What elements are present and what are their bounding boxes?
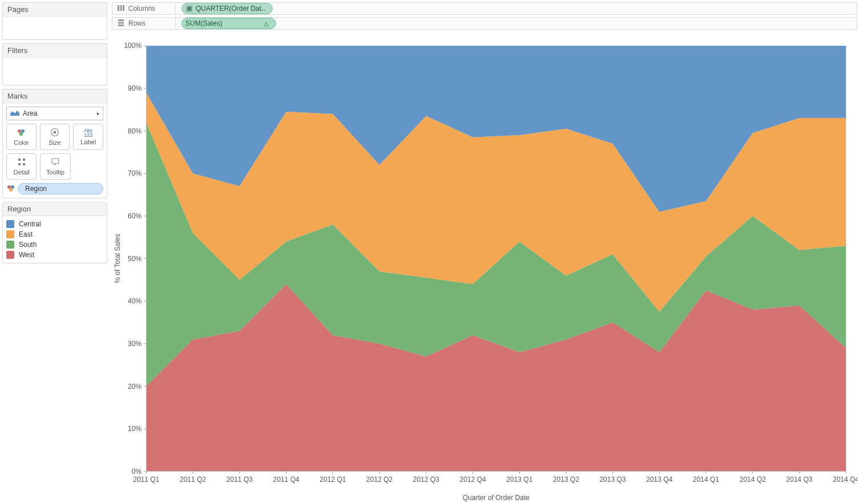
color-palette-icon xyxy=(6,184,15,194)
svg-text:2014 Q1: 2014 Q1 xyxy=(693,475,719,483)
size-button[interactable]: Size xyxy=(40,124,70,150)
svg-point-1 xyxy=(18,129,21,133)
color-legend: Region CentralEastSouthWest xyxy=(2,202,107,263)
svg-text:2013 Q1: 2013 Q1 xyxy=(506,475,533,483)
svg-rect-10 xyxy=(52,158,59,164)
legend-label: West xyxy=(19,251,34,259)
detail-button[interactable]: Detail xyxy=(6,153,37,180)
table-calc-indicator-icon: △ xyxy=(264,21,269,27)
svg-text:60%: 60% xyxy=(128,212,141,220)
svg-point-2 xyxy=(21,129,25,133)
svg-text:2014 Q2: 2014 Q2 xyxy=(739,475,766,483)
svg-text:2014 Q4: 2014 Q4 xyxy=(833,475,857,483)
svg-point-3 xyxy=(19,132,23,136)
columns-label: Columns xyxy=(128,5,155,13)
svg-rect-15 xyxy=(118,5,119,11)
stacked-area-chart[interactable]: 0%10%20%30%40%50%60%70%80%90%100%2011 Q1… xyxy=(112,34,857,504)
legend-swatch xyxy=(6,251,14,259)
svg-text:2012 Q1: 2012 Q1 xyxy=(319,475,346,483)
svg-text:2012 Q4: 2012 Q4 xyxy=(460,475,487,483)
rows-shelf[interactable]: Rows SUM(Sales) △ xyxy=(112,17,857,30)
rows-label: Rows xyxy=(128,19,145,27)
svg-text:2012 Q2: 2012 Q2 xyxy=(366,475,393,483)
label-button[interactable]: Abc 123 Label xyxy=(73,124,103,150)
legend-item[interactable]: South xyxy=(6,240,103,249)
svg-point-5 xyxy=(54,131,56,134)
svg-rect-19 xyxy=(118,22,124,23)
svg-text:70%: 70% xyxy=(128,169,141,177)
svg-rect-18 xyxy=(118,19,124,21)
tooltip-icon xyxy=(51,157,60,168)
rows-icon xyxy=(117,19,125,29)
svg-text:2013 Q4: 2013 Q4 xyxy=(646,475,673,483)
svg-text:2011 Q4: 2011 Q4 xyxy=(273,475,300,483)
svg-rect-8 xyxy=(18,163,21,165)
svg-text:Quarter of Order Date: Quarter of Order Date xyxy=(463,494,530,502)
svg-text:2011 Q3: 2011 Q3 xyxy=(226,475,253,483)
svg-rect-9 xyxy=(23,163,25,165)
svg-rect-17 xyxy=(123,5,124,11)
detail-icon xyxy=(17,157,26,168)
marks-color-pill-region[interactable]: Region xyxy=(18,183,103,194)
svg-point-13 xyxy=(11,185,14,189)
svg-text:40%: 40% xyxy=(128,297,141,305)
columns-icon xyxy=(117,4,125,14)
text-label-icon: Abc 123 xyxy=(84,128,93,137)
pages-shelf[interactable]: Pages xyxy=(2,2,107,40)
filters-title: Filters xyxy=(3,44,107,58)
svg-text:2011 Q1: 2011 Q1 xyxy=(133,475,160,483)
svg-text:2013 Q3: 2013 Q3 xyxy=(600,475,626,483)
svg-text:90%: 90% xyxy=(128,84,141,92)
svg-text:2014 Q3: 2014 Q3 xyxy=(786,475,813,483)
svg-text:% of Total Sales: % of Total Sales xyxy=(114,234,122,283)
pages-title: Pages xyxy=(3,3,107,17)
marks-card: Marks Area ▾ Col xyxy=(2,89,107,198)
svg-text:100%: 100% xyxy=(124,42,141,50)
svg-text:20%: 20% xyxy=(128,383,141,391)
size-icon xyxy=(50,128,59,138)
legend-item[interactable]: East xyxy=(6,230,103,239)
svg-text:2011 Q2: 2011 Q2 xyxy=(180,475,207,483)
area-chart-icon xyxy=(10,109,19,117)
legend-label: Central xyxy=(19,220,41,228)
legend-swatch xyxy=(6,220,14,228)
svg-marker-0 xyxy=(10,111,19,116)
svg-text:80%: 80% xyxy=(128,127,141,135)
svg-text:30%: 30% xyxy=(128,340,141,348)
columns-pill-quarter[interactable]: ▦ QUARTER(Order Dat.. xyxy=(181,3,273,14)
mark-type-label: Area xyxy=(23,109,37,117)
filters-shelf[interactable]: Filters xyxy=(2,43,107,86)
legend-swatch xyxy=(6,241,14,249)
tooltip-button[interactable]: Tooltip xyxy=(40,153,70,180)
svg-text:0%: 0% xyxy=(132,468,142,475)
svg-rect-7 xyxy=(23,158,25,161)
legend-item[interactable]: Central xyxy=(6,220,103,229)
legend-label: East xyxy=(19,230,33,238)
color-button[interactable]: Color xyxy=(6,124,37,150)
svg-text:10%: 10% xyxy=(128,425,141,433)
color-palette-icon xyxy=(17,128,26,138)
legend-swatch xyxy=(6,230,14,238)
svg-point-12 xyxy=(7,185,11,189)
svg-rect-16 xyxy=(120,5,122,11)
svg-marker-11 xyxy=(54,164,56,165)
expand-icon: ▦ xyxy=(185,5,192,12)
svg-text:50%: 50% xyxy=(128,255,141,263)
columns-shelf[interactable]: Columns ▦ QUARTER(Order Dat.. xyxy=(112,2,857,15)
svg-rect-20 xyxy=(118,25,124,26)
mark-type-select[interactable]: Area ▾ xyxy=(6,107,103,120)
svg-rect-6 xyxy=(18,158,21,161)
legend-label: South xyxy=(19,241,37,249)
legend-title: Region xyxy=(3,202,107,216)
svg-text:2012 Q3: 2012 Q3 xyxy=(413,475,440,483)
legend-item[interactable]: West xyxy=(6,250,103,259)
marks-title: Marks xyxy=(3,90,107,103)
svg-text:2013 Q2: 2013 Q2 xyxy=(553,475,580,483)
svg-point-14 xyxy=(9,188,13,192)
chevron-down-icon: ▾ xyxy=(96,111,99,117)
rows-pill-sum-sales[interactable]: SUM(Sales) △ xyxy=(181,18,276,29)
